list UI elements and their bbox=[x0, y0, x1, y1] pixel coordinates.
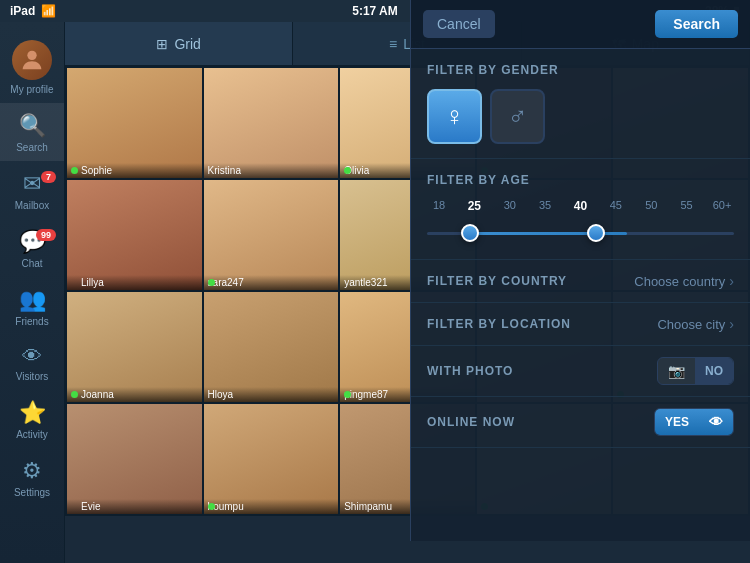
list-item[interactable]: houmpu bbox=[204, 404, 339, 514]
search-icon: 🔍 bbox=[19, 113, 46, 139]
photo-toggle[interactable]: 📷 NO bbox=[657, 357, 734, 385]
filter-country-row[interactable]: FILTER BY COUNTRY Choose country › bbox=[411, 260, 750, 303]
tab-grid-label: Grid bbox=[174, 36, 200, 52]
filter-location-row[interactable]: FILTER BY LOCATION Choose city › bbox=[411, 303, 750, 346]
photo-name: Hloya bbox=[204, 387, 339, 402]
sidebar-label-myprofile: My profile bbox=[10, 84, 53, 95]
female-gender-button[interactable]: ♀ bbox=[427, 89, 482, 144]
filter-online-label: ONLINE NOW bbox=[427, 415, 515, 429]
sidebar-item-search[interactable]: 🔍 Search bbox=[0, 103, 64, 161]
eye-icon[interactable]: 👁 bbox=[699, 409, 733, 435]
list-item[interactable]: sara247 bbox=[204, 180, 339, 290]
tab-grid[interactable]: ⊞ Grid bbox=[65, 22, 293, 65]
photo-toggle-group: 📷 NO bbox=[657, 357, 734, 385]
filter-location-value: Choose city › bbox=[657, 316, 734, 332]
mailbox-icon: ✉ bbox=[23, 171, 41, 197]
age-18: 18 bbox=[427, 199, 451, 213]
sidebar-label-chat: Chat bbox=[21, 258, 42, 269]
age-max-thumb[interactable] bbox=[587, 224, 605, 242]
filter-gender-label: FILTER BY GENDER bbox=[427, 63, 734, 77]
age-55: 55 bbox=[675, 199, 699, 213]
gender-toggle: ♀ ♂ bbox=[427, 89, 734, 144]
photo-name: Kristina bbox=[204, 163, 339, 178]
sidebar: My profile 🔍 Search 7 ✉ Mailbox 99 💬 Cha… bbox=[0, 22, 65, 563]
filter-country-label: FILTER BY COUNTRY bbox=[427, 274, 567, 288]
chevron-right-icon: › bbox=[729, 316, 734, 332]
online-toggle[interactable]: YES 👁 bbox=[654, 408, 734, 436]
city-choice-text: Choose city bbox=[657, 317, 725, 332]
sidebar-label-search: Search bbox=[16, 142, 48, 153]
chat-badge: 99 bbox=[36, 229, 56, 241]
filter-location-label: FILTER BY LOCATION bbox=[427, 317, 571, 331]
male-gender-button[interactable]: ♂ bbox=[490, 89, 545, 144]
search-button[interactable]: Search bbox=[655, 10, 738, 38]
sidebar-label-friends: Friends bbox=[15, 316, 48, 327]
activity-icon: ⭐ bbox=[19, 400, 46, 426]
online-toggle-group: YES 👁 bbox=[654, 408, 734, 436]
female-icon: ♀ bbox=[445, 101, 465, 132]
mailbox-badge: 7 bbox=[41, 171, 56, 183]
sidebar-item-activity[interactable]: ⭐ Activity bbox=[0, 390, 64, 448]
list-item[interactable]: Hloya bbox=[204, 292, 339, 402]
cancel-button[interactable]: Cancel bbox=[423, 10, 495, 38]
sidebar-label-activity: Activity bbox=[16, 429, 48, 440]
sidebar-item-chat[interactable]: 99 💬 Chat bbox=[0, 219, 64, 277]
filter-gender-section: FILTER BY GENDER ♀ ♂ bbox=[411, 49, 750, 159]
list-item[interactable]: Sophie bbox=[67, 68, 202, 178]
age-25: 25 bbox=[462, 199, 486, 213]
age-45: 45 bbox=[604, 199, 628, 213]
list-icon: ≡ bbox=[389, 36, 397, 52]
settings-icon: ⚙ bbox=[22, 458, 42, 484]
sidebar-item-myprofile[interactable]: My profile bbox=[0, 22, 64, 103]
age-30: 30 bbox=[498, 199, 522, 213]
age-60plus: 60+ bbox=[710, 199, 734, 213]
sidebar-item-visitors[interactable]: 👁 Visitors bbox=[0, 335, 64, 390]
svg-point-0 bbox=[27, 51, 36, 60]
filter-country-value: Choose country › bbox=[634, 273, 734, 289]
filter-online-row: ONLINE NOW YES 👁 bbox=[411, 397, 750, 448]
list-item[interactable]: Kristina bbox=[204, 68, 339, 178]
photo-name: Evie bbox=[67, 499, 202, 514]
online-dot bbox=[208, 503, 215, 510]
ipad-label: iPad bbox=[10, 4, 35, 18]
photo-name: sara247 bbox=[204, 275, 339, 290]
age-slider[interactable] bbox=[427, 221, 734, 245]
sidebar-item-mailbox[interactable]: 7 ✉ Mailbox bbox=[0, 161, 64, 219]
photo-no-option[interactable]: NO bbox=[695, 358, 733, 384]
list-item[interactable]: Lillya bbox=[67, 180, 202, 290]
filter-photo-row: WITH PHOTO 📷 NO bbox=[411, 346, 750, 397]
wifi-icon: 📶 bbox=[41, 4, 56, 18]
country-choice-text: Choose country bbox=[634, 274, 725, 289]
sidebar-item-settings[interactable]: ⚙ Settings bbox=[0, 448, 64, 506]
age-labels: 18 25 30 35 40 45 50 55 60+ bbox=[427, 199, 734, 213]
photo-name: Sophie bbox=[67, 163, 202, 178]
male-icon: ♂ bbox=[508, 101, 528, 132]
status-time: 5:17 AM bbox=[352, 4, 398, 18]
online-yes-option[interactable]: YES bbox=[655, 409, 699, 435]
age-40: 40 bbox=[569, 199, 593, 213]
age-50: 50 bbox=[639, 199, 663, 213]
online-dot bbox=[71, 391, 78, 398]
age-35: 35 bbox=[533, 199, 557, 213]
age-min-thumb[interactable] bbox=[461, 224, 479, 242]
sidebar-label-visitors: Visitors bbox=[16, 371, 49, 382]
list-item[interactable]: Evie bbox=[67, 404, 202, 514]
sidebar-item-friends[interactable]: 👥 Friends bbox=[0, 277, 64, 335]
photo-name: Joanna bbox=[67, 387, 202, 402]
photo-name: houmpu bbox=[204, 499, 339, 514]
sidebar-label-settings: Settings bbox=[14, 487, 50, 498]
friends-icon: 👥 bbox=[19, 287, 46, 313]
list-item[interactable]: Joanna bbox=[67, 292, 202, 402]
photo-name: Lillya bbox=[67, 275, 202, 290]
visitors-icon: 👁 bbox=[22, 345, 42, 368]
online-dot bbox=[208, 279, 215, 286]
online-dot bbox=[71, 167, 78, 174]
avatar bbox=[12, 40, 52, 80]
filter-header: Cancel Search bbox=[411, 0, 750, 49]
filter-age-label: FILTER BY AGE bbox=[427, 173, 734, 187]
filter-photo-label: WITH PHOTO bbox=[427, 364, 513, 378]
camera-icon[interactable]: 📷 bbox=[658, 358, 695, 384]
filter-overlay: Cancel Search FILTER BY GENDER ♀ ♂ FILTE… bbox=[410, 0, 750, 541]
sidebar-label-mailbox: Mailbox bbox=[15, 200, 49, 211]
chevron-right-icon: › bbox=[729, 273, 734, 289]
